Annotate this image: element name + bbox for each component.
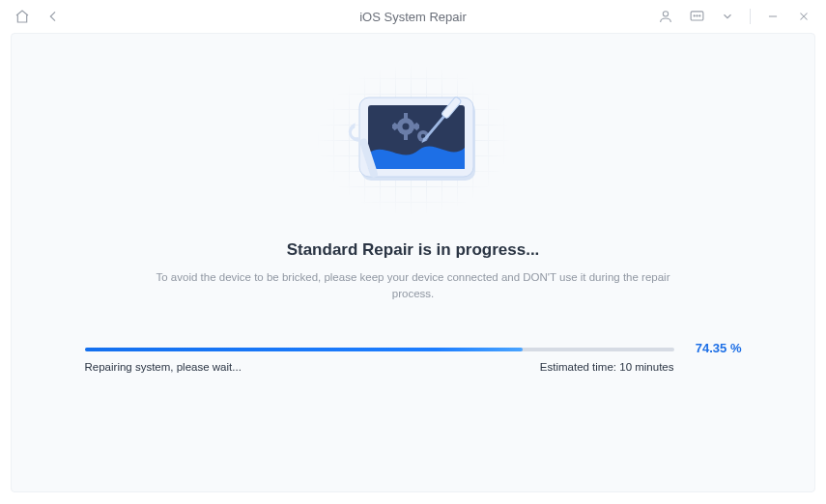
svg-point-3: [696, 14, 697, 15]
progress-bar-track: [85, 348, 674, 351]
close-icon[interactable]: [795, 8, 812, 25]
home-icon[interactable]: [14, 8, 31, 25]
chevron-down-icon[interactable]: [719, 8, 736, 25]
titlebar-right-controls: [657, 8, 812, 25]
titlebar: iOS System Repair: [0, 0, 826, 33]
repair-illustration: [302, 63, 525, 217]
window-title: iOS System Repair: [359, 10, 467, 24]
user-icon[interactable]: [657, 8, 674, 25]
progress-estimate-text: Estimated time: 10 minutes: [540, 361, 674, 373]
titlebar-divider: [750, 9, 751, 24]
feedback-icon[interactable]: [688, 8, 705, 25]
svg-point-17: [402, 124, 409, 130]
svg-point-2: [694, 14, 695, 15]
progress-subtext: To avoid the device to be bricked, pleas…: [143, 269, 684, 303]
progress-labels-row: Repairing system, please wait... Estimat…: [85, 361, 674, 373]
progress-status-text: Repairing system, please wait...: [85, 361, 242, 373]
progress-percent-label: 74.35 %: [696, 341, 742, 355]
progress-heading: Standard Repair is in progress...: [287, 240, 540, 260]
svg-rect-9: [404, 113, 408, 119]
back-icon[interactable]: [44, 8, 62, 25]
minimize-icon[interactable]: [764, 8, 782, 25]
svg-rect-10: [404, 134, 408, 140]
svg-point-0: [663, 12, 668, 16]
main-panel: Standard Repair is in progress... To avo…: [11, 33, 815, 492]
svg-point-4: [698, 14, 699, 15]
titlebar-left-controls: [14, 8, 62, 25]
progress-section: 74.35 % Repairing system, please wait...…: [85, 348, 742, 373]
progress-bar-fill: [85, 348, 524, 351]
